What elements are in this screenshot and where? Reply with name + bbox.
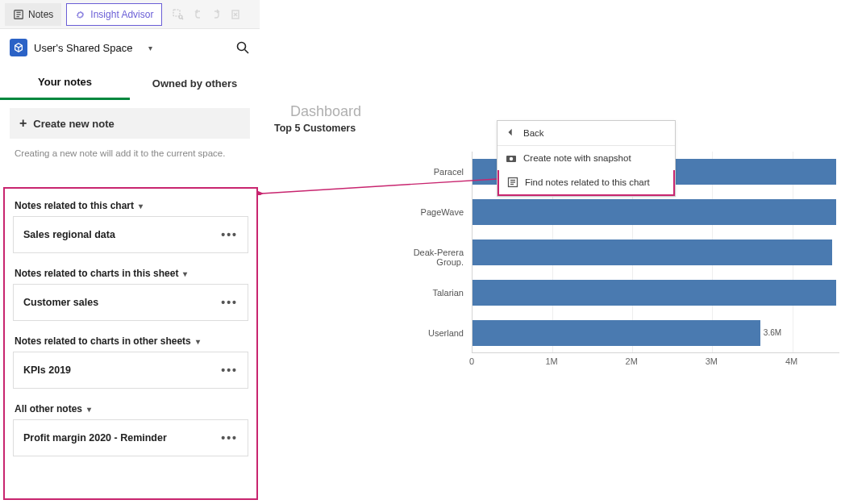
bar[interactable] [473, 320, 760, 346]
list-icon [507, 177, 518, 188]
tab-your-notes[interactable]: Your notes [0, 66, 130, 100]
more-icon[interactable]: ••• [221, 228, 238, 241]
ctx-create-snapshot[interactable]: Create note with snapshot [498, 146, 675, 170]
insight-advisor-button[interactable]: Insight Advisor [66, 3, 162, 26]
bar[interactable] [473, 280, 836, 306]
more-icon[interactable]: ••• [221, 296, 238, 309]
insight-advisor-label: Insight Advisor [90, 9, 153, 20]
section-related-this-chart[interactable]: Notes related to this chart▾ [13, 194, 248, 216]
bar[interactable] [473, 240, 832, 265]
notes-button[interactable]: Notes [5, 3, 61, 26]
camera-icon [506, 152, 517, 164]
y-category-label: PageWave [391, 207, 464, 217]
note-tabs: Your notes Owned by others [0, 66, 260, 100]
note-card[interactable]: Profit margin 2020 - Reminder ••• [13, 419, 248, 456]
search-icon[interactable] [235, 40, 250, 55]
notes-panel: Notes Insight Advisor User's Shared Spac… [0, 0, 260, 504]
space-name: User's Shared Space [34, 42, 132, 54]
top-toolbar: Notes Insight Advisor [0, 0, 260, 29]
x-tick: 0 [469, 356, 474, 366]
section-all-other[interactable]: All other notes▾ [13, 397, 248, 419]
svg-rect-4 [173, 10, 180, 16]
plus-icon: + [19, 116, 27, 131]
smart-search-icon[interactable] [170, 6, 186, 23]
chart-title: Top 5 Customers [274, 123, 356, 134]
clear-icon[interactable] [228, 6, 244, 23]
more-icon[interactable]: ••• [221, 364, 238, 377]
note-card[interactable]: Sales regional data ••• [13, 216, 248, 253]
note-card[interactable]: KPIs 2019 ••• [13, 352, 248, 389]
svg-point-13 [510, 157, 513, 160]
section-related-other-sheets[interactable]: Notes related to charts in other sheets▾ [13, 329, 248, 352]
ctx-back[interactable]: Back [498, 121, 675, 146]
space-bar: User's Shared Space ▾ [0, 29, 260, 60]
more-icon[interactable]: ••• [221, 431, 238, 444]
back-icon [506, 127, 517, 139]
bar-value-label: 3.6M [764, 328, 781, 337]
tab-owned-by-others[interactable]: Owned by others [130, 66, 260, 100]
x-tick: 3M [706, 356, 718, 366]
svg-point-10 [238, 43, 246, 51]
ctx-find-related[interactable]: Find notes related to this chart [498, 170, 675, 196]
undo-icon[interactable] [189, 6, 206, 23]
note-card[interactable]: Customer sales ••• [13, 284, 248, 321]
toolbar-extra-icons [170, 6, 244, 23]
space-selector[interactable]: User's Shared Space ▾ [10, 39, 152, 56]
chart-context-menu: Back Create note with snapshot Find note… [497, 120, 676, 197]
create-note-hint: Creating a new note will add it to the c… [0, 144, 260, 166]
x-tick: 1M [545, 356, 557, 366]
create-note-label: Create new note [33, 118, 114, 130]
y-category-label: Userland [391, 328, 464, 338]
create-note-button[interactable]: + Create new note [10, 108, 250, 139]
y-category-label: Deak-Perera Group. [391, 248, 464, 267]
x-tick: 4M [785, 356, 797, 366]
notes-icon [13, 9, 24, 20]
svg-point-5 [179, 15, 182, 19]
x-tick: 2M [626, 356, 638, 366]
y-category-label: Paracel [391, 167, 464, 177]
redo-icon[interactable] [209, 6, 225, 23]
space-icon [10, 39, 27, 56]
chevron-down-icon: ▾ [139, 202, 143, 210]
notes-button-label: Notes [28, 9, 53, 20]
chevron-down-icon: ▾ [87, 405, 91, 414]
bar[interactable] [473, 199, 836, 225]
chevron-down-icon: ▾ [183, 269, 187, 278]
section-related-this-sheet[interactable]: Notes related to charts in this sheet▾ [13, 261, 248, 284]
page-title: Dashboard [290, 103, 361, 120]
notes-list-highlighted: Notes related to this chart▾ Sales regio… [3, 187, 258, 500]
chevron-down-icon: ▾ [148, 44, 152, 52]
svg-line-6 [182, 18, 184, 19]
chevron-down-icon: ▾ [196, 337, 200, 346]
insight-icon [75, 9, 86, 20]
svg-line-11 [245, 50, 249, 54]
y-category-label: Talarian [391, 288, 464, 298]
